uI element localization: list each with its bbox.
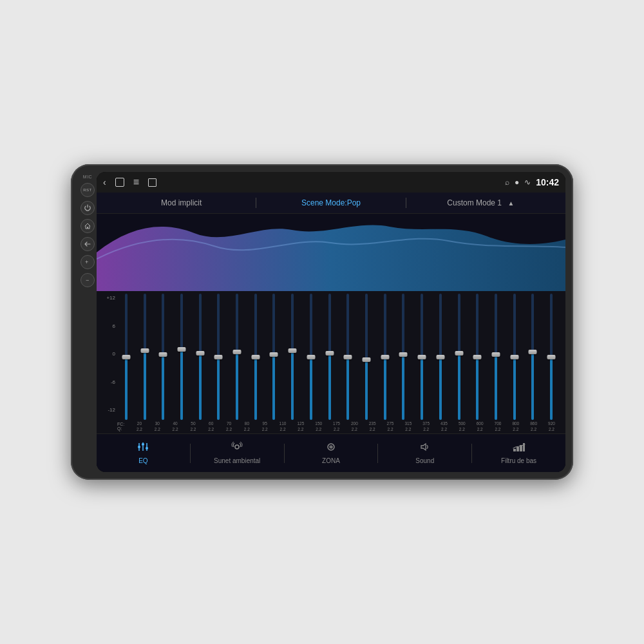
slider-track-21[interactable] <box>513 294 516 420</box>
freq-cell-22: 8602.2 <box>525 421 542 432</box>
main-screen: Mod implicit Scene Mode:Pop Custom Mode … <box>97 193 565 472</box>
slider-track-20[interactable] <box>495 294 497 420</box>
slider-band-14[interactable] <box>376 294 394 420</box>
home-button[interactable] <box>80 219 95 233</box>
sound-tab-icon <box>419 442 431 455</box>
slider-band-7[interactable] <box>247 294 265 420</box>
tab-zona[interactable]: ZONA <box>285 438 378 468</box>
slider-track-18[interactable] <box>458 294 460 420</box>
slider-band-19[interactable] <box>468 294 486 420</box>
slider-band-8[interactable] <box>265 294 283 420</box>
slider-band-23[interactable] <box>542 294 560 420</box>
slider-track-8[interactable] <box>272 294 275 420</box>
slider-track-0[interactable] <box>125 294 128 420</box>
slider-track-13[interactable] <box>365 294 368 420</box>
slider-track-23[interactable] <box>550 294 553 420</box>
bluetooth-icon: ⌕ <box>505 178 509 187</box>
slider-track-3[interactable] <box>180 294 183 420</box>
slider-track-7[interactable] <box>254 294 257 420</box>
slider-track-10[interactable] <box>310 294 312 420</box>
eq-sliders-container: +12 6 0 -6 -12 FC:Q: 202.2302.2402.2502.… <box>97 291 565 433</box>
slider-band-17[interactable] <box>431 294 450 420</box>
slider-track-5[interactable] <box>217 294 220 420</box>
tab-eq[interactable]: EQ <box>97 438 190 468</box>
slider-band-15[interactable] <box>395 294 413 420</box>
tab-filtru[interactable]: Filtru de bas <box>472 438 565 468</box>
location-icon: ● <box>515 178 519 187</box>
freq-cell-23: 9202.2 <box>543 421 560 432</box>
slider-track-14[interactable] <box>384 294 386 420</box>
slider-track-2[interactable] <box>162 294 164 420</box>
sliders-inner: FC:Q: 202.2302.2402.2502.2602.2702.2802.… <box>117 294 560 432</box>
freq-cell-18: 5002.2 <box>453 421 471 432</box>
slider-track-22[interactable] <box>531 294 534 420</box>
slider-track-11[interactable] <box>328 294 331 420</box>
tab-sound[interactable]: Sound <box>378 438 471 468</box>
slider-band-10[interactable] <box>302 294 320 420</box>
svg-rect-16 <box>516 447 519 451</box>
slider-track-17[interactable] <box>439 294 442 420</box>
slider-band-4[interactable] <box>191 294 209 420</box>
mode-custom[interactable]: Custom Mode 1 ▲ <box>406 198 555 207</box>
slider-band-0[interactable] <box>117 294 135 420</box>
slider-band-5[interactable] <box>210 294 228 420</box>
eq-tab-icon <box>137 442 149 455</box>
slider-band-2[interactable] <box>154 294 172 420</box>
slider-track-6[interactable] <box>236 294 238 420</box>
svg-point-6 <box>142 443 144 446</box>
mode-scene[interactable]: Scene Mode:Pop <box>256 198 405 207</box>
svg-point-11 <box>235 445 239 449</box>
nav-menu-icon[interactable]: ≡ <box>133 176 139 188</box>
slider-band-22[interactable] <box>524 294 542 420</box>
slider-track-19[interactable] <box>476 294 478 420</box>
slider-band-16[interactable] <box>413 294 431 420</box>
slider-band-1[interactable] <box>136 294 154 420</box>
sunet-tab-icon <box>231 442 243 455</box>
eq-visualization <box>97 214 565 291</box>
nav-screenshot-icon[interactable] <box>148 178 156 187</box>
rst-label: RST <box>83 188 92 192</box>
mode-implicit[interactable]: Mod implicit <box>107 198 256 207</box>
vol-up-button[interactable]: + <box>80 255 95 269</box>
zona-tab-icon <box>325 442 337 455</box>
slider-track-9[interactable] <box>291 294 294 420</box>
sliders-wrapper: +12 6 0 -6 -12 FC:Q: 202.2302.2402.2502.… <box>102 294 560 432</box>
power-icon <box>84 204 91 212</box>
slider-band-9[interactable] <box>283 294 301 420</box>
rst-button[interactable]: RST <box>80 183 95 197</box>
slider-band-3[interactable] <box>173 294 191 420</box>
db-6: 6 <box>102 323 117 329</box>
back-icon <box>84 240 91 248</box>
tab-sunet[interactable]: Sunet ambiental <box>191 438 284 468</box>
slider-band-21[interactable] <box>506 294 524 420</box>
slider-track-15[interactable] <box>402 294 404 420</box>
db-minus12: -12 <box>102 407 117 413</box>
slider-band-6[interactable] <box>228 294 246 420</box>
slider-track-4[interactable] <box>199 294 202 420</box>
vol-down-icon: − <box>84 276 91 284</box>
vol-down-button[interactable]: − <box>80 273 95 287</box>
nav-overview-icon[interactable] <box>115 178 124 187</box>
slider-band-18[interactable] <box>450 294 468 420</box>
slider-band-13[interactable] <box>357 294 375 420</box>
nav-back-icon[interactable]: ‹ <box>103 177 106 187</box>
filtru-tab-icon <box>513 442 526 455</box>
side-controls: MIC RST + <box>79 172 97 472</box>
svg-rect-15 <box>513 449 516 451</box>
freq-row: FC:Q: 202.2302.2402.2502.2602.2702.2802.… <box>117 420 560 432</box>
slider-band-12[interactable] <box>339 294 357 420</box>
slider-track-12[interactable] <box>346 294 349 420</box>
freq-cell-16: 3752.2 <box>417 421 435 432</box>
slider-track-1[interactable] <box>144 294 146 420</box>
slider-track-16[interactable] <box>421 294 423 420</box>
db-scale: +12 6 0 -6 -12 <box>102 294 117 414</box>
slider-band-11[interactable] <box>321 294 339 420</box>
svg-text:−: − <box>86 277 89 283</box>
home-icon <box>84 222 91 230</box>
freq-cell-10: 1502.2 <box>310 421 327 432</box>
status-bar: ‹ ≡ ⌕ ● ∿ 10:42 <box>97 172 565 193</box>
power-button[interactable] <box>80 201 95 215</box>
back-button[interactable] <box>80 237 95 251</box>
slider-band-20[interactable] <box>487 294 505 420</box>
svg-point-14 <box>330 446 332 448</box>
